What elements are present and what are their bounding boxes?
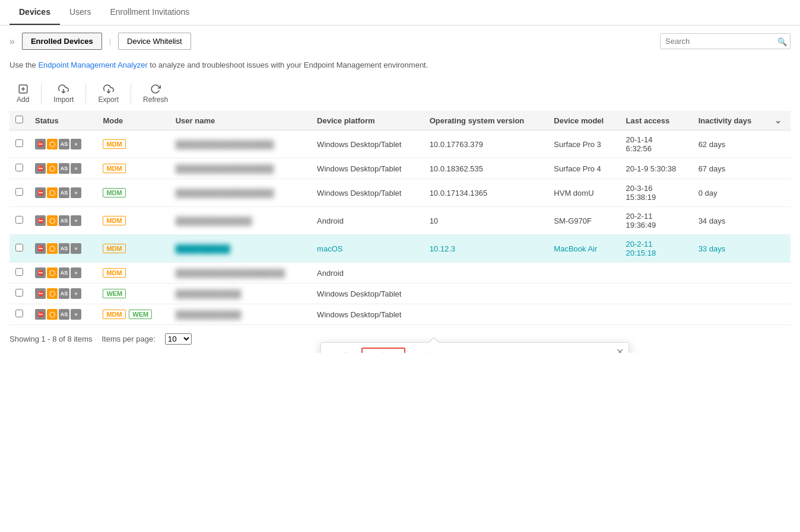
- popup-actions: Edit Secure Notify Delete: [327, 348, 488, 353]
- row-inactivity: 62 days: [693, 130, 769, 158]
- row-status: ⛔ ◯ AS »: [29, 304, 97, 325]
- collapse-icon[interactable]: »: [9, 36, 15, 47]
- row-status: ⛔ ◯ AS »: [29, 235, 97, 263]
- header-status: Status: [29, 111, 97, 130]
- import-button[interactable]: Import: [46, 81, 81, 106]
- row-platform: Android: [311, 263, 424, 283]
- row-checkbox[interactable]: [9, 179, 29, 207]
- popup-secure-button[interactable]: Secure: [361, 348, 405, 353]
- row-inactivity: 34 days: [693, 207, 769, 235]
- status-icon-1: ⛔: [35, 288, 46, 299]
- status-icon-4: »: [71, 215, 81, 226]
- tab-users[interactable]: Users: [60, 0, 101, 25]
- row-device-model: SM-G970F: [548, 207, 620, 235]
- refresh-button[interactable]: Refresh: [136, 81, 175, 106]
- row-device-model: Surface Pro 4: [548, 158, 620, 179]
- row-checkbox[interactable]: [9, 207, 29, 235]
- row-expand: [769, 207, 791, 235]
- popup-close-button[interactable]: ✕: [616, 346, 624, 353]
- row-status: ⛔ ◯ AS »: [29, 207, 97, 235]
- row-status: ⛔ ◯ AS »: [29, 283, 97, 304]
- top-tabs: Devices Users Enrollment Invitations: [0, 0, 800, 26]
- popup-delete-button[interactable]: Delete: [448, 349, 488, 353]
- status-icon-3: AS: [59, 163, 69, 174]
- row-inactivity: [693, 304, 769, 325]
- status-icon-1: ⛔: [35, 163, 46, 174]
- status-icon-1: ⛔: [35, 309, 46, 320]
- row-checkbox[interactable]: [9, 263, 29, 283]
- header-mode: Mode: [97, 111, 169, 130]
- endpoint-analyzer-link[interactable]: Endpoint Management Analyzer: [38, 60, 147, 69]
- header-last-access: Last access: [620, 111, 693, 130]
- status-icon-2: ◯: [47, 309, 58, 320]
- toolbar-sep-3: [131, 83, 131, 104]
- row-mode: MDM: [97, 179, 169, 207]
- device-table-wrap: Status Mode User name Device platform Op…: [0, 111, 800, 325]
- select-all-checkbox[interactable]: [15, 116, 23, 123]
- status-icon-4: »: [71, 163, 81, 174]
- popup-notify-button[interactable]: Notify: [408, 349, 446, 353]
- search-icon[interactable]: 🔍: [777, 37, 787, 46]
- row-last-access: 20-2-1120:15:18: [620, 235, 693, 263]
- table-row[interactable]: ⛔ ◯ AS » MDM ██████████████████ Windows …: [9, 179, 791, 207]
- header-platform: Device platform: [311, 111, 424, 130]
- row-checkbox[interactable]: [9, 158, 29, 179]
- row-status: ⛔ ◯ AS »: [29, 179, 97, 207]
- status-icon-1: ⛔: [35, 243, 46, 254]
- items-per-page-select[interactable]: 10 25 50 100: [165, 333, 192, 345]
- tab-devices[interactable]: Devices: [9, 0, 60, 25]
- table-row[interactable]: ⛔ ◯ AS » MDM ██████████████████ Windows …: [9, 130, 791, 158]
- row-device-model: Surface Pro 3: [548, 130, 620, 158]
- row-last-access: 20-2-1119:36:49: [620, 207, 693, 235]
- toolbar-sep-1: [41, 83, 42, 104]
- enrolled-devices-button[interactable]: Enrolled Devices: [22, 33, 102, 50]
- status-icon-3: AS: [59, 139, 69, 149]
- table-row[interactable]: ⛔ ◯ AS » MDM ████████████████████ Androi…: [9, 263, 791, 283]
- status-icon-3: AS: [59, 187, 69, 198]
- search-input[interactable]: [660, 33, 791, 49]
- table-row[interactable]: ⛔ ◯ AS » WEM ████████████ Windows Deskto…: [9, 283, 791, 304]
- row-last-access: 20-1-9 5:30:38: [620, 158, 693, 179]
- row-expand: [769, 304, 791, 325]
- status-icon-2: ◯: [47, 288, 58, 299]
- header-area: » Enrolled Devices | Device Whitelist 🔍: [0, 26, 800, 57]
- row-mode: MDM WEM: [97, 304, 169, 325]
- row-mode: WEM: [97, 283, 169, 304]
- row-status: ⛔ ◯ AS »: [29, 263, 97, 283]
- row-checkbox[interactable]: [9, 130, 29, 158]
- row-expand: [769, 263, 791, 283]
- row-checkbox[interactable]: [9, 235, 29, 263]
- table-row[interactable]: ⛔ ◯ AS » MDM ██████████████████ Windows …: [9, 158, 791, 179]
- status-icon-3: AS: [59, 267, 69, 278]
- header-select-all[interactable]: [9, 111, 29, 130]
- row-platform: Windows Desktop/Tablet: [311, 158, 424, 179]
- table-row[interactable]: ⛔ ◯ AS » MDM ██████████ macOS 10.12.3 Ma…: [9, 235, 791, 263]
- row-inactivity: [693, 263, 769, 283]
- row-username: ██████████████████: [170, 179, 311, 207]
- add-button[interactable]: Add: [9, 81, 36, 106]
- header-device-model: Device model: [548, 111, 620, 130]
- row-last-access: [620, 283, 693, 304]
- export-button[interactable]: Export: [91, 81, 126, 106]
- search-wrap: 🔍: [660, 33, 791, 49]
- row-os-version: 10: [424, 207, 548, 235]
- row-checkbox[interactable]: [9, 283, 29, 304]
- status-icon-4: »: [71, 243, 81, 254]
- row-platform: macOS: [311, 235, 424, 263]
- tab-enrollment-invitations[interactable]: Enrollment Invitations: [101, 0, 199, 25]
- table-row[interactable]: ⛔ ◯ AS » MDM WEM ████████████ Windows De…: [9, 304, 791, 325]
- status-icon-2: ◯: [47, 187, 58, 198]
- device-whitelist-button[interactable]: Device Whitelist: [118, 33, 191, 50]
- row-os-version: 10.0.17134.1365: [424, 179, 548, 207]
- row-device-model: [548, 304, 620, 325]
- row-platform: Android: [311, 207, 424, 235]
- table-row[interactable]: ⛔ ◯ AS » MDM ██████████████ Android 10 S…: [9, 207, 791, 235]
- status-icon-2: ◯: [47, 139, 58, 149]
- row-username: ████████████████████: [170, 263, 311, 283]
- row-checkbox[interactable]: [9, 304, 29, 325]
- popup-edit-button[interactable]: Edit: [327, 349, 358, 353]
- status-icon-1: ⛔: [35, 139, 46, 149]
- info-prefix: Use the: [9, 60, 38, 69]
- status-icon-4: »: [71, 288, 81, 299]
- status-icon-3: AS: [59, 215, 69, 226]
